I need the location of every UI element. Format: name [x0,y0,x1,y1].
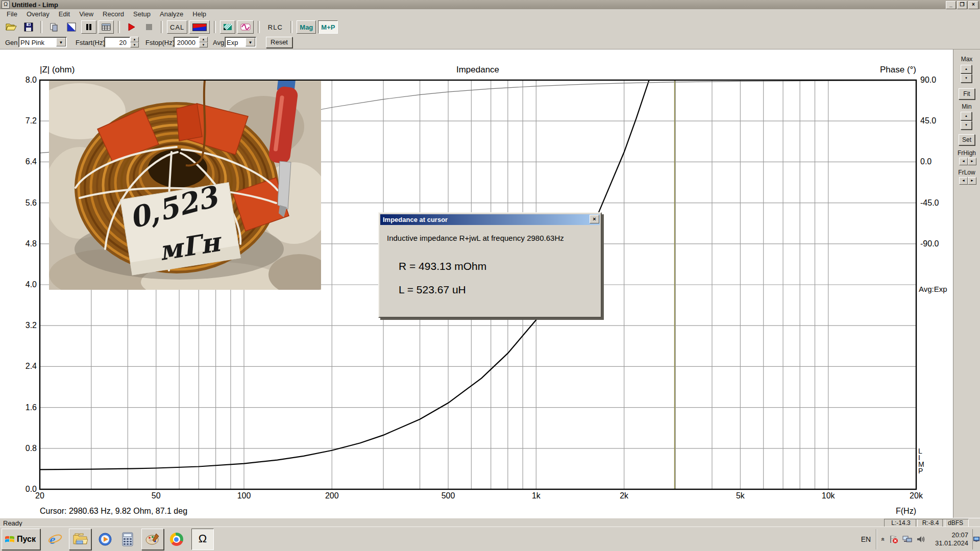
rlc-button[interactable]: RLC [264,20,286,34]
app-icon: Ω [2,1,10,9]
media-player-shortcut[interactable] [97,531,113,547]
generator-select[interactable]: PN Pink ▼ [18,37,67,47]
x-tick: 500 [430,491,466,500]
menu-item-help[interactable]: Help [188,10,211,18]
red-blue-icon [192,23,207,31]
dialog-close-button[interactable]: × [590,215,599,223]
taskbar: Пуск e [0,527,980,551]
fit-button[interactable]: Fit [959,88,975,99]
fstart-stepper[interactable]: ▲▼ [130,37,139,47]
spin-up-icon: ▲ [961,112,972,120]
spin-down-icon: ▼ [961,74,972,83]
dialog-resistance-value: R = 493.13 mOhm [399,260,486,272]
folder-icon [72,533,88,546]
arrow-right-icon: ► [968,177,976,185]
status-text: Ready [3,519,22,527]
spectrum-button[interactable] [220,20,235,34]
tray-icons: « [876,529,931,549]
arrow-left-icon: ◄ [959,158,968,165]
save-button[interactable] [21,20,36,34]
open-button[interactable] [4,20,19,34]
calibrate-button[interactable]: CAL [167,20,187,34]
limp-task-button[interactable]: Ω [191,529,214,550]
expand-tray-icon[interactable]: « [880,538,887,541]
dialog-title-bar[interactable]: Impedance at cursor [380,214,600,225]
title-bar: Ω Untitled - Limp _ ❐ × [0,0,980,9]
windows-flag-icon [5,535,15,544]
stop-record-button[interactable] [141,20,157,34]
dialog-inductance-value: L = 523.67 uH [399,284,466,296]
paint-shortcut[interactable] [141,529,164,550]
oscilloscope-button[interactable] [237,20,254,34]
toolbar-separator [40,21,42,33]
right-tick: 90.0 [920,76,952,85]
table-button[interactable] [99,20,114,34]
spin-up-icon: ▲ [130,37,139,42]
x-tick: 200 [314,491,350,500]
frhigh-label: FrHigh [953,149,980,157]
impedance-dialog[interactable]: Impedance at cursor × Inductive impedanc… [378,212,602,318]
menu-item-edit[interactable]: Edit [54,10,75,18]
window-title: Untitled - Limp [12,1,58,9]
x-tick: 100 [226,491,262,500]
menu-item-view[interactable]: View [75,10,98,18]
frlow-stepper[interactable]: ◄► [959,177,976,185]
dialog-title: Impedance at cursor [380,216,448,223]
right-tick: -45.0 [920,198,952,208]
network-icon[interactable] [902,535,913,543]
security-alert-icon[interactable] [889,535,898,544]
menu-item-file[interactable]: File [2,10,22,18]
limp-watermark: L I M P [918,448,924,474]
right-tick: 45.0 [920,116,952,126]
ie-shortcut[interactable]: e [47,531,63,547]
spin-down-icon: ▼ [130,42,139,48]
calculator-icon [122,532,133,546]
calculator-shortcut[interactable] [120,531,135,547]
chevron-down-icon[interactable]: ▼ [56,38,66,46]
right-tick: -90.0 [920,239,952,248]
minimize-button[interactable]: _ [946,1,956,9]
bw-view-button[interactable] [64,20,79,34]
x-tick: 20 [22,491,58,500]
pause-button[interactable] [81,20,96,34]
menu-item-overlay[interactable]: Overlay [22,10,54,18]
dialog-description: Inductive impedance R+jwL at frequency 2… [387,234,564,242]
magnitude-phase-button[interactable]: M+P [318,20,338,34]
color-scheme-button[interactable] [189,20,210,34]
reset-button[interactable]: Reset [266,37,292,48]
left-tick: 7.2 [0,116,37,126]
avg-select[interactable]: Exp ▼ [225,37,256,47]
explorer-shortcut[interactable] [69,529,91,550]
fstart-input[interactable]: 20 [104,37,130,47]
avg-mode-readout: Avg:Exp [919,285,947,293]
menu-item-record[interactable]: Record [98,10,129,18]
start-record-button[interactable] [124,20,139,34]
restore-button[interactable]: ❐ [957,1,967,9]
set-button[interactable]: Set [959,134,975,145]
chevron-down-icon[interactable]: ▼ [246,38,255,46]
play-icon [128,23,136,31]
min-label: Min [953,103,980,110]
fstart-label: Fstart(Hz) [76,39,105,46]
x-tick: 1k [518,491,554,500]
chrome-shortcut[interactable] [169,531,184,547]
start-button[interactable]: Пуск [2,529,40,550]
frhigh-stepper[interactable]: ◄► [959,158,976,165]
copy-button[interactable] [46,20,62,34]
media-player-icon [98,532,112,546]
language-indicator[interactable]: EN [856,535,876,543]
fstop-stepper[interactable]: ▲▼ [199,37,208,47]
menu-item-analyze[interactable]: Analyze [155,10,188,18]
min-stepper[interactable]: ▲▼ [961,112,972,130]
right-level-readout: R:-8.4 [916,519,945,527]
x-tick: 20k [898,491,934,500]
max-stepper[interactable]: ▲▼ [961,65,972,83]
menu-item-setup[interactable]: Setup [129,10,155,18]
clock[interactable]: 20:07 31.01.2024 [931,531,972,547]
magnitude-button[interactable]: Mag [297,20,316,34]
show-desktop-button[interactable] [972,529,980,549]
inductor-photo: 0,523 мГн [49,81,321,290]
close-button[interactable]: × [968,1,978,9]
fstop-input[interactable]: 20000 [174,37,199,47]
volume-icon[interactable] [917,535,926,543]
